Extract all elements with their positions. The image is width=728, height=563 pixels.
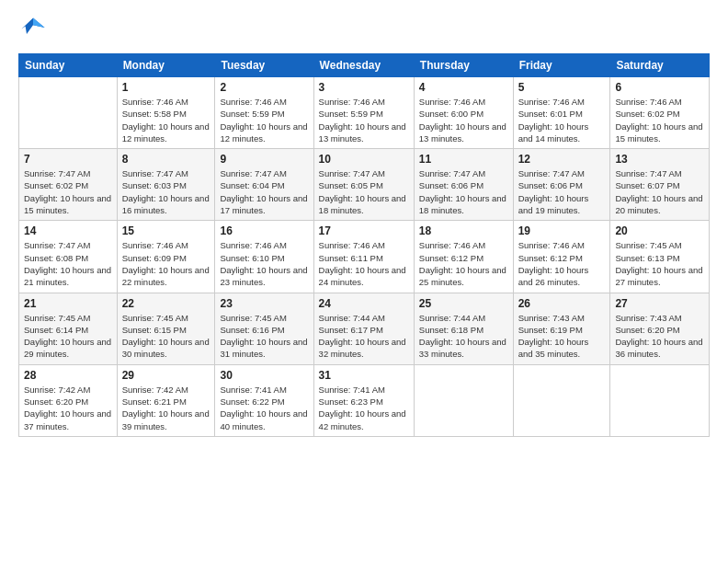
day-number: 4 bbox=[419, 81, 508, 94]
day-number: 11 bbox=[419, 153, 508, 166]
day-number: 17 bbox=[319, 224, 409, 237]
day-number: 12 bbox=[518, 153, 606, 166]
day-number: 29 bbox=[122, 369, 210, 382]
day-content: Sunrise: 7:47 AM Sunset: 6:08 PM Dayligh… bbox=[24, 239, 112, 288]
day-number: 2 bbox=[220, 81, 308, 94]
calendar-cell: 29Sunrise: 7:42 AM Sunset: 6:21 PM Dayli… bbox=[117, 364, 215, 436]
calendar-cell: 27Sunrise: 7:43 AM Sunset: 6:20 PM Dayli… bbox=[610, 293, 710, 364]
calendar-cell bbox=[610, 364, 710, 436]
calendar-cell: 21Sunrise: 7:45 AM Sunset: 6:14 PM Dayli… bbox=[19, 293, 118, 364]
day-content: Sunrise: 7:41 AM Sunset: 6:22 PM Dayligh… bbox=[220, 384, 308, 432]
header bbox=[18, 15, 710, 44]
weekday-row: SundayMondayTuesdayWednesdayThursdayFrid… bbox=[19, 54, 710, 77]
calendar-cell: 14Sunrise: 7:47 AM Sunset: 6:08 PM Dayli… bbox=[19, 221, 118, 293]
page: SundayMondayTuesdayWednesdayThursdayFrid… bbox=[0, 0, 728, 563]
day-number: 5 bbox=[518, 81, 606, 94]
day-content: Sunrise: 7:41 AM Sunset: 6:23 PM Dayligh… bbox=[319, 384, 409, 432]
calendar-cell: 24Sunrise: 7:44 AM Sunset: 6:17 PM Dayli… bbox=[313, 293, 414, 364]
day-content: Sunrise: 7:46 AM Sunset: 6:11 PM Dayligh… bbox=[319, 239, 409, 288]
calendar-cell: 13Sunrise: 7:47 AM Sunset: 6:07 PM Dayli… bbox=[610, 149, 710, 221]
calendar-cell: 30Sunrise: 7:41 AM Sunset: 6:22 PM Dayli… bbox=[215, 364, 313, 436]
day-content: Sunrise: 7:42 AM Sunset: 6:20 PM Dayligh… bbox=[24, 384, 112, 432]
day-content: Sunrise: 7:46 AM Sunset: 6:09 PM Dayligh… bbox=[122, 239, 210, 288]
day-number: 13 bbox=[615, 153, 704, 166]
weekday-header: Friday bbox=[513, 54, 610, 77]
day-number: 20 bbox=[615, 224, 704, 237]
calendar-body: 1Sunrise: 7:46 AM Sunset: 5:58 PM Daylig… bbox=[19, 77, 710, 437]
day-content: Sunrise: 7:46 AM Sunset: 6:02 PM Dayligh… bbox=[615, 96, 704, 144]
calendar-cell: 16Sunrise: 7:46 AM Sunset: 6:10 PM Dayli… bbox=[215, 221, 313, 293]
weekday-header: Sunday bbox=[19, 54, 118, 77]
day-content: Sunrise: 7:46 AM Sunset: 6:12 PM Dayligh… bbox=[419, 239, 508, 288]
day-number: 31 bbox=[319, 369, 409, 382]
day-number: 24 bbox=[319, 297, 409, 310]
calendar-cell: 19Sunrise: 7:46 AM Sunset: 6:12 PM Dayli… bbox=[513, 221, 610, 293]
logo-icon bbox=[20, 15, 46, 40]
calendar-cell: 28Sunrise: 7:42 AM Sunset: 6:20 PM Dayli… bbox=[19, 364, 118, 436]
weekday-header: Thursday bbox=[414, 54, 513, 77]
day-number: 16 bbox=[220, 224, 308, 237]
calendar-cell: 26Sunrise: 7:43 AM Sunset: 6:19 PM Dayli… bbox=[513, 293, 610, 364]
day-number: 6 bbox=[615, 81, 704, 94]
calendar-cell bbox=[19, 77, 118, 149]
calendar-cell: 7Sunrise: 7:47 AM Sunset: 6:02 PM Daylig… bbox=[19, 149, 118, 221]
day-content: Sunrise: 7:45 AM Sunset: 6:14 PM Dayligh… bbox=[24, 312, 112, 361]
day-content: Sunrise: 7:44 AM Sunset: 6:17 PM Dayligh… bbox=[319, 312, 409, 361]
calendar-cell: 23Sunrise: 7:45 AM Sunset: 6:16 PM Dayli… bbox=[215, 293, 313, 364]
day-number: 22 bbox=[122, 297, 210, 310]
calendar-week-row: 21Sunrise: 7:45 AM Sunset: 6:14 PM Dayli… bbox=[19, 293, 710, 364]
calendar-cell: 25Sunrise: 7:44 AM Sunset: 6:18 PM Dayli… bbox=[414, 293, 513, 364]
day-number: 14 bbox=[24, 224, 112, 237]
day-content: Sunrise: 7:43 AM Sunset: 6:19 PM Dayligh… bbox=[518, 312, 606, 361]
day-content: Sunrise: 7:46 AM Sunset: 6:12 PM Dayligh… bbox=[518, 239, 606, 288]
day-content: Sunrise: 7:46 AM Sunset: 5:58 PM Dayligh… bbox=[122, 96, 210, 144]
day-number: 1 bbox=[122, 81, 210, 94]
svg-marker-1 bbox=[33, 18, 45, 29]
logo bbox=[18, 15, 46, 44]
calendar-cell bbox=[513, 364, 610, 436]
calendar-week-row: 7Sunrise: 7:47 AM Sunset: 6:02 PM Daylig… bbox=[19, 149, 710, 221]
calendar-cell: 18Sunrise: 7:46 AM Sunset: 6:12 PM Dayli… bbox=[414, 221, 513, 293]
calendar-table: SundayMondayTuesdayWednesdayThursdayFrid… bbox=[18, 53, 710, 437]
day-number: 9 bbox=[220, 153, 308, 166]
day-number: 8 bbox=[122, 153, 210, 166]
weekday-header: Wednesday bbox=[313, 54, 414, 77]
calendar-week-row: 1Sunrise: 7:46 AM Sunset: 5:58 PM Daylig… bbox=[19, 77, 710, 149]
day-content: Sunrise: 7:46 AM Sunset: 5:59 PM Dayligh… bbox=[220, 96, 308, 144]
day-number: 15 bbox=[122, 224, 210, 237]
day-number: 19 bbox=[518, 224, 606, 237]
day-number: 30 bbox=[220, 369, 308, 382]
calendar-header: SundayMondayTuesdayWednesdayThursdayFrid… bbox=[19, 54, 710, 77]
day-content: Sunrise: 7:47 AM Sunset: 6:03 PM Dayligh… bbox=[122, 167, 210, 216]
day-content: Sunrise: 7:47 AM Sunset: 6:07 PM Dayligh… bbox=[615, 167, 704, 216]
day-number: 28 bbox=[24, 369, 112, 382]
calendar-week-row: 28Sunrise: 7:42 AM Sunset: 6:20 PM Dayli… bbox=[19, 364, 710, 436]
day-content: Sunrise: 7:46 AM Sunset: 6:10 PM Dayligh… bbox=[220, 239, 308, 288]
calendar-cell: 10Sunrise: 7:47 AM Sunset: 6:05 PM Dayli… bbox=[313, 149, 414, 221]
calendar-cell: 1Sunrise: 7:46 AM Sunset: 5:58 PM Daylig… bbox=[117, 77, 215, 149]
calendar-cell: 6Sunrise: 7:46 AM Sunset: 6:02 PM Daylig… bbox=[610, 77, 710, 149]
day-content: Sunrise: 7:47 AM Sunset: 6:04 PM Dayligh… bbox=[220, 167, 308, 216]
calendar-cell: 12Sunrise: 7:47 AM Sunset: 6:06 PM Dayli… bbox=[513, 149, 610, 221]
day-content: Sunrise: 7:45 AM Sunset: 6:15 PM Dayligh… bbox=[122, 312, 210, 361]
day-content: Sunrise: 7:47 AM Sunset: 6:05 PM Dayligh… bbox=[319, 167, 409, 216]
day-number: 10 bbox=[319, 153, 409, 166]
calendar-cell: 17Sunrise: 7:46 AM Sunset: 6:11 PM Dayli… bbox=[313, 221, 414, 293]
weekday-header: Saturday bbox=[610, 54, 710, 77]
calendar-cell: 11Sunrise: 7:47 AM Sunset: 6:06 PM Dayli… bbox=[414, 149, 513, 221]
calendar-cell: 2Sunrise: 7:46 AM Sunset: 5:59 PM Daylig… bbox=[215, 77, 313, 149]
weekday-header: Tuesday bbox=[215, 54, 313, 77]
calendar-cell: 9Sunrise: 7:47 AM Sunset: 6:04 PM Daylig… bbox=[215, 149, 313, 221]
day-number: 27 bbox=[615, 297, 704, 310]
day-content: Sunrise: 7:44 AM Sunset: 6:18 PM Dayligh… bbox=[419, 312, 508, 361]
calendar-cell: 20Sunrise: 7:45 AM Sunset: 6:13 PM Dayli… bbox=[610, 221, 710, 293]
day-number: 26 bbox=[518, 297, 606, 310]
day-number: 18 bbox=[419, 224, 508, 237]
day-number: 23 bbox=[220, 297, 308, 310]
day-content: Sunrise: 7:47 AM Sunset: 6:02 PM Dayligh… bbox=[24, 167, 112, 216]
weekday-header: Monday bbox=[117, 54, 215, 77]
calendar-cell: 3Sunrise: 7:46 AM Sunset: 5:59 PM Daylig… bbox=[313, 77, 414, 149]
day-content: Sunrise: 7:47 AM Sunset: 6:06 PM Dayligh… bbox=[419, 167, 508, 216]
calendar-cell: 31Sunrise: 7:41 AM Sunset: 6:23 PM Dayli… bbox=[313, 364, 414, 436]
day-content: Sunrise: 7:45 AM Sunset: 6:16 PM Dayligh… bbox=[220, 312, 308, 361]
